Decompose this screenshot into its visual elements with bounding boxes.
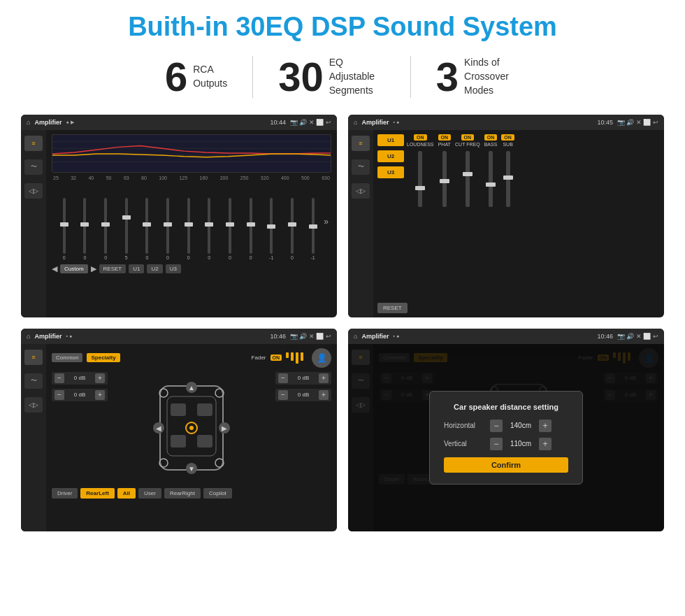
stats-row: 6 RCAOutputs 30 EQ AdjustableSegments 3 … bbox=[21, 56, 664, 98]
amp2-bass: ON BASS bbox=[484, 134, 498, 297]
speaker-icon-3[interactable]: ◁▷ bbox=[24, 397, 43, 413]
stat-eq-number: 30 bbox=[278, 57, 324, 97]
db-rl-plus[interactable]: + bbox=[95, 390, 105, 400]
screen2-title: Amplifier bbox=[361, 119, 389, 126]
svg-text:▲: ▲ bbox=[188, 384, 195, 392]
screen3-sidebar: ≡ 〜 ◁▷ bbox=[21, 344, 46, 531]
loudness-slider[interactable] bbox=[418, 151, 422, 207]
wave-icon-2[interactable]: 〜 bbox=[352, 159, 370, 175]
btn-driver[interactable]: Driver bbox=[52, 488, 78, 499]
stat-rca-text: RCAOutputs bbox=[193, 63, 227, 90]
loudness-label: LOUDNESS bbox=[407, 142, 434, 147]
eq-prev-icon[interactable]: ◀ bbox=[52, 264, 57, 273]
eq-slider-4: 0 bbox=[138, 198, 157, 260]
bass-slider[interactable] bbox=[489, 151, 493, 207]
db-fl-val: 0 dB bbox=[67, 375, 92, 381]
eq-slider-6: 0 bbox=[179, 198, 199, 260]
home-icon-3: ⌂ bbox=[27, 333, 30, 340]
eq-u2-btn[interactable]: U2 bbox=[147, 264, 162, 273]
amp2-controls: ON LOUDNESS ON PHAT bbox=[407, 134, 660, 297]
preset-u3[interactable]: U3 bbox=[377, 166, 404, 178]
svg-text:▼: ▼ bbox=[188, 465, 195, 473]
wave-icon[interactable]: 〜 bbox=[24, 159, 43, 175]
preset-u2[interactable]: U2 bbox=[377, 150, 404, 162]
horizontal-minus-btn[interactable]: − bbox=[490, 420, 503, 432]
amp2-phat: ON PHAT bbox=[438, 134, 452, 297]
screen2-time: 10:45 bbox=[597, 119, 613, 126]
db-rr-minus[interactable]: − bbox=[278, 390, 288, 400]
eq-reset-btn[interactable]: RESET bbox=[99, 264, 127, 273]
eq-next-icon[interactable]: ▶ bbox=[91, 264, 96, 273]
eq-icon-3[interactable]: ≡ bbox=[24, 350, 43, 365]
db-fr-minus[interactable]: − bbox=[278, 373, 288, 383]
screen1-sidebar: ≡ 〜 ◁▷ bbox=[21, 130, 46, 317]
eq-slider-1: 0 bbox=[75, 198, 95, 260]
fader-slider[interactable] bbox=[286, 352, 303, 364]
db-rl-val: 0 dB bbox=[67, 392, 92, 398]
stat-rca: 6 RCAOutputs bbox=[140, 57, 252, 97]
stat-eq-text: EQ AdjustableSegments bbox=[329, 56, 385, 97]
vertical-minus-btn[interactable]: − bbox=[490, 438, 503, 450]
eq-slider-5: 0 bbox=[158, 198, 178, 260]
btn-rearright[interactable]: RearRight bbox=[164, 488, 201, 499]
db-fl-minus[interactable]: − bbox=[55, 373, 64, 383]
common-tab[interactable]: Common bbox=[52, 353, 82, 362]
btn-user[interactable]: User bbox=[138, 488, 161, 499]
db-row-fr: − 0 dB + bbox=[275, 372, 331, 385]
eq-icon-2[interactable]: ≡ bbox=[352, 136, 370, 151]
screen1-content: ≡ 〜 ◁▷ bbox=[21, 130, 337, 317]
screen3-left-db: − 0 dB + − 0 dB + bbox=[52, 372, 108, 484]
db-rl-minus[interactable]: − bbox=[55, 390, 64, 400]
cutfreq-label: CUT FREQ bbox=[455, 142, 480, 147]
svg-rect-11 bbox=[197, 435, 212, 447]
screen3-bottom-buttons: Driver RearLeft All User RearRight Copil… bbox=[52, 488, 331, 499]
phat-slider[interactable] bbox=[442, 151, 447, 207]
wave-icon-3[interactable]: 〜 bbox=[24, 373, 43, 389]
fader-on[interactable]: ON bbox=[271, 354, 282, 361]
db-fl-plus[interactable]: + bbox=[95, 373, 105, 383]
amp2-cutfreq: ON CUT FREQ bbox=[455, 134, 480, 297]
db-fr-plus[interactable]: + bbox=[319, 373, 329, 383]
eq-slider-12: -1 bbox=[303, 198, 323, 260]
btn-rearleft[interactable]: RearLeft bbox=[80, 488, 114, 499]
speaker-icon[interactable]: ◁▷ bbox=[24, 183, 43, 199]
screen4-content: ≡ 〜 ◁▷ Common Specialty Fader ON bbox=[348, 344, 664, 531]
eq-slider-9: 0 bbox=[241, 198, 261, 260]
eq-icon[interactable]: ≡ bbox=[24, 136, 43, 151]
home-icon-4: ⌂ bbox=[354, 333, 357, 340]
vertical-value: 110cm bbox=[507, 440, 535, 447]
sub-slider[interactable] bbox=[506, 151, 510, 207]
screen4-title: Amplifier bbox=[361, 333, 389, 340]
eq-u1-btn[interactable]: U1 bbox=[129, 264, 144, 273]
confirm-button[interactable]: Confirm bbox=[444, 457, 568, 473]
eq-slider-11: 0 bbox=[282, 198, 302, 260]
preset-u1[interactable]: U1 bbox=[377, 134, 404, 146]
dialog-title: Car speaker distance setting bbox=[444, 403, 568, 411]
screen3-car-diagram: ▲ ▼ ◀ ▶ bbox=[112, 372, 271, 484]
btn-copilot[interactable]: Copilot bbox=[203, 488, 232, 499]
svg-rect-10 bbox=[171, 435, 186, 447]
vertical-plus-btn[interactable]: + bbox=[539, 438, 551, 450]
screen4-topbar: ⌂ Amplifier ▪ ● 10:46 📷 🔊 ✕ ⬜ ↩ bbox=[348, 329, 664, 344]
screen3-content: ≡ 〜 ◁▷ Common Specialty Fader ON bbox=[21, 344, 337, 531]
speaker-icon-2[interactable]: ◁▷ bbox=[352, 183, 370, 199]
stat-rca-number: 6 bbox=[165, 57, 187, 97]
eq-graph bbox=[52, 134, 331, 173]
screen3-toprow: Common Specialty Fader ON 👤 bbox=[52, 348, 331, 368]
on-badge-phat: ON bbox=[438, 134, 452, 141]
db-rr-plus[interactable]: + bbox=[319, 390, 329, 400]
screen2-topbar: ⌂ Amplifier ▪ ● 10:45 📷 🔊 ✕ ⬜ ↩ bbox=[348, 115, 664, 130]
btn-all[interactable]: All bbox=[117, 488, 136, 499]
on-badge-loudness: ON bbox=[414, 134, 427, 141]
eq-slider-0: 0 bbox=[55, 198, 74, 260]
eq-custom-btn[interactable]: Custom bbox=[60, 264, 88, 273]
sub-label: SUB bbox=[503, 142, 512, 147]
stat-crossover-number: 3 bbox=[436, 57, 459, 97]
cutfreq-slider[interactable] bbox=[466, 151, 470, 207]
stat-crossover-text: Kinds ofCrossover Modes bbox=[464, 56, 520, 97]
horizontal-plus-btn[interactable]: + bbox=[539, 420, 551, 432]
amp2-reset-btn[interactable]: RESET bbox=[377, 303, 408, 313]
fader-label: Fader bbox=[252, 354, 266, 361]
eq-u3-btn[interactable]: U3 bbox=[166, 264, 181, 273]
specialty-tab[interactable]: Specialty bbox=[87, 353, 120, 362]
